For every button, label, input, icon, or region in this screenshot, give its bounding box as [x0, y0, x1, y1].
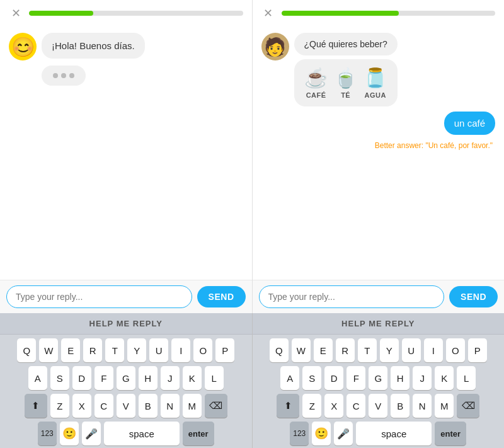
- key-i-left[interactable]: I: [171, 338, 190, 362]
- key-row-bottom-right: 123 🙂 🎤 space enter: [255, 422, 502, 445]
- key-z-left[interactable]: Z: [50, 394, 69, 418]
- num-key-left[interactable]: 123: [38, 422, 57, 445]
- key-u-left[interactable]: U: [149, 338, 168, 362]
- key-s-left[interactable]: S: [50, 366, 69, 390]
- help-me-reply-left[interactable]: HELP ME REPLY: [0, 313, 252, 335]
- key-n-left[interactable]: N: [161, 394, 180, 418]
- key-o-right[interactable]: O: [446, 338, 465, 362]
- key-s-right[interactable]: S: [302, 366, 321, 390]
- key-o-left[interactable]: O: [193, 338, 212, 362]
- enter-key-left[interactable]: enter: [183, 422, 214, 445]
- cafe-icon: ☕: [304, 67, 328, 89]
- reply-area-left: SEND: [0, 280, 252, 313]
- dot-2: [61, 73, 66, 78]
- key-k-right[interactable]: K: [435, 366, 454, 390]
- keyboard-rows-left: Q W E R T Y U I O P A S D F G H J K: [0, 335, 252, 448]
- key-m-left[interactable]: M: [183, 394, 202, 418]
- panel-right: ✕ 🧑 ¿Qué quieres beber? ☕ CAFÉ: [253, 0, 505, 313]
- mic-key-left[interactable]: 🎤: [82, 422, 101, 445]
- key-q-right[interactable]: Q: [270, 338, 289, 362]
- avatar-right: 🧑: [261, 33, 289, 60]
- key-g-right[interactable]: G: [369, 366, 387, 390]
- shift-key-right[interactable]: ⬆: [277, 394, 299, 418]
- key-d-right[interactable]: D: [324, 366, 343, 390]
- reply-input-right[interactable]: [259, 285, 445, 308]
- cafe-label: CAFÉ: [306, 91, 326, 99]
- key-w-left[interactable]: W: [39, 338, 58, 362]
- typing-bubble-left: [42, 66, 86, 86]
- close-button-right[interactable]: ✕: [261, 6, 275, 20]
- help-me-reply-right[interactable]: HELP ME REPLY: [253, 313, 505, 335]
- num-key-right[interactable]: 123: [290, 422, 309, 445]
- key-y-left[interactable]: Y: [127, 338, 146, 362]
- key-q-left[interactable]: Q: [17, 338, 36, 362]
- key-v-right[interactable]: V: [369, 394, 387, 418]
- emoji-key-left[interactable]: 🙂: [60, 422, 79, 445]
- key-l-left[interactable]: L: [205, 366, 224, 390]
- key-r-left[interactable]: R: [83, 338, 102, 362]
- choice-agua[interactable]: 🫙 AGUA: [364, 67, 387, 99]
- key-z-right[interactable]: Z: [302, 394, 321, 418]
- key-b-right[interactable]: B: [391, 394, 410, 418]
- key-p-left[interactable]: P: [215, 338, 234, 362]
- te-label: TÉ: [341, 91, 350, 99]
- key-p-right[interactable]: P: [468, 338, 487, 362]
- reply-input-left[interactable]: [6, 285, 192, 308]
- key-e-left[interactable]: E: [61, 338, 80, 362]
- key-h-right[interactable]: H: [391, 366, 410, 390]
- chat-area-left: 😊 ¡Hola! Buenos días.: [0, 26, 252, 280]
- key-t-left[interactable]: T: [105, 338, 124, 362]
- emoji-key-right[interactable]: 🙂: [312, 422, 331, 445]
- key-a-left[interactable]: A: [28, 366, 47, 390]
- space-key-right[interactable]: space: [356, 422, 432, 445]
- key-x-right[interactable]: X: [324, 394, 343, 418]
- key-u-right[interactable]: U: [402, 338, 421, 362]
- key-g-left[interactable]: G: [117, 366, 135, 390]
- key-row-1-right: Q W E R T Y U I O P: [255, 338, 502, 362]
- typing-row-left: [9, 66, 243, 86]
- key-j-right[interactable]: J: [413, 366, 432, 390]
- key-l-right[interactable]: L: [457, 366, 476, 390]
- mic-key-right[interactable]: 🎤: [334, 422, 353, 445]
- close-button-left[interactable]: ✕: [9, 6, 23, 20]
- key-c-right[interactable]: C: [346, 394, 365, 418]
- progress-bar-fill-left: [29, 11, 93, 16]
- key-d-left[interactable]: D: [72, 366, 91, 390]
- choice-cafe[interactable]: ☕ CAFÉ: [304, 67, 328, 99]
- key-y-right[interactable]: Y: [380, 338, 399, 362]
- key-h-left[interactable]: H: [139, 366, 158, 390]
- key-e-right[interactable]: E: [314, 338, 333, 362]
- key-r-right[interactable]: R: [336, 338, 355, 362]
- key-b-left[interactable]: B: [139, 394, 158, 418]
- key-v-left[interactable]: V: [117, 394, 135, 418]
- panel-left: ✕ 😊 ¡Hola! Buenos días.: [0, 0, 253, 313]
- key-f-left[interactable]: F: [94, 366, 113, 390]
- backspace-key-right[interactable]: ⌫: [457, 394, 479, 418]
- key-m-right[interactable]: M: [435, 394, 454, 418]
- enter-key-right[interactable]: enter: [435, 422, 466, 445]
- backspace-key-left[interactable]: ⌫: [205, 394, 227, 418]
- key-c-left[interactable]: C: [94, 394, 113, 418]
- key-a-right[interactable]: A: [280, 366, 299, 390]
- key-f-right[interactable]: F: [346, 366, 365, 390]
- choices-bubble: ☕ CAFÉ 🍵 TÉ 🫙 AGUA: [294, 59, 398, 106]
- key-k-left[interactable]: K: [183, 366, 202, 390]
- key-row-3-right: ⬆ Z X C V B N M ⌫: [255, 394, 502, 418]
- key-w-right[interactable]: W: [292, 338, 311, 362]
- shift-key-left[interactable]: ⬆: [25, 394, 47, 418]
- key-x-left[interactable]: X: [72, 394, 91, 418]
- choice-te[interactable]: 🍵 TÉ: [334, 67, 357, 99]
- key-t-right[interactable]: T: [358, 338, 377, 362]
- keyboard-rows-right: Q W E R T Y U I O P A S D F G H J K: [253, 335, 505, 448]
- send-button-left[interactable]: SEND: [197, 286, 246, 307]
- panels-container: ✕ 😊 ¡Hola! Buenos días.: [0, 0, 504, 313]
- user-reply-text: un café: [454, 118, 485, 129]
- progress-bar-fill-right: [282, 11, 399, 16]
- space-key-left[interactable]: space: [104, 422, 180, 445]
- key-j-left[interactable]: J: [161, 366, 180, 390]
- key-n-right[interactable]: N: [413, 394, 432, 418]
- agua-label: AGUA: [364, 91, 386, 99]
- send-button-right[interactable]: SEND: [449, 286, 498, 307]
- reply-area-right: SEND: [253, 280, 505, 313]
- key-i-right[interactable]: I: [424, 338, 443, 362]
